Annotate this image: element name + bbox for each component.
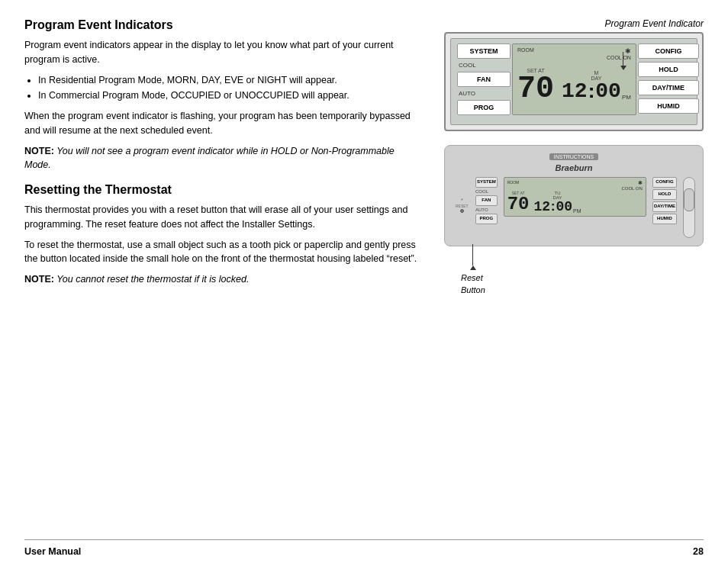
note1: NOTE: You will not see a program event i… [24, 144, 420, 173]
daytime-button-1[interactable]: DAY/TIME [638, 80, 699, 95]
reset-arrow-area: ResetButton [461, 244, 485, 296]
unit-lcd: ROOM ✱ COOL ON SET AT 70 [504, 177, 646, 217]
unit-slider-knob[interactable] [684, 188, 694, 211]
thermostat-unit-2: INSTRUCTIONS Braeburn * RESET SYSTEM [444, 145, 704, 246]
thermostat-display-1: SYSTEM COOL FAN AUTO PROG ROOM ✱ [444, 32, 704, 131]
unit-lcd-container: ROOM ✱ COOL ON SET AT 70 [504, 177, 646, 238]
footer-page-number: 28 [693, 546, 704, 557]
reset-arrow-tip [470, 265, 476, 270]
unit-pm: PM [573, 208, 581, 214]
diagram1-label: Program Event Indicator [444, 18, 704, 29]
page: Program Event Indicators Program event i… [0, 0, 728, 563]
diagram2-container: INSTRUCTIONS Braeburn * RESET SYSTEM [444, 145, 704, 246]
cool-on-label-1: COOL ON [517, 55, 631, 60]
unit-hold-btn[interactable]: HOLD [652, 189, 677, 200]
instructions-badge: INSTRUCTIONS [549, 153, 599, 160]
display-inner-1: SYSTEM COOL FAN AUTO PROG ROOM ✱ [450, 38, 697, 125]
reset-hole-area: * RESET [456, 198, 469, 213]
lcd-numbers-1: SET AT 70 M DAY 12 : 00 [517, 60, 631, 111]
unit-lcd-top: ROOM ✱ [507, 180, 643, 186]
note1-italic: You will not see a program event indicat… [24, 146, 395, 171]
unit-inner: * RESET SYSTEM COOL FAN AUTO PROG [453, 177, 695, 238]
unit-top-bar: INSTRUCTIONS [453, 153, 695, 160]
diagram1-container: Program Event Indicator SYSTEM COOL FAN … [444, 18, 704, 131]
unit-room-label: ROOM [507, 180, 520, 186]
content-area: Program Event Indicators Program event i… [24, 18, 704, 533]
brand-name: Braeburn [453, 163, 695, 172]
unit-auto-label: AUTO [475, 208, 498, 212]
unit-humid-btn[interactable]: HUMID [652, 214, 677, 224]
section1-title: Program Event Indicators [24, 18, 420, 32]
left-buttons-1: SYSTEM COOL FAN AUTO PROG [457, 43, 511, 115]
bullet-item-1: In Residential Program Mode, MORN, DAY, … [38, 73, 420, 88]
para2: When the program event indicator is flas… [24, 109, 420, 138]
time-display-2: 00 [595, 81, 621, 102]
unit-config-btn[interactable]: CONFIG [652, 177, 677, 188]
fan-button-1[interactable]: FAN [457, 72, 511, 87]
time-display-1: 12 [562, 81, 588, 102]
unit-slider[interactable] [683, 177, 695, 238]
unit-left-buttons: SYSTEM COOL FAN AUTO PROG [475, 177, 498, 238]
para1: Program event indicators appear in the d… [24, 38, 420, 67]
lcd-area-1: ROOM ✱ COOL ON SET AT [512, 43, 636, 115]
unit-time-1: 12 [533, 200, 550, 214]
humid-button-1[interactable]: HUMID [638, 98, 699, 114]
cool-label-1: COOL [457, 62, 511, 69]
unit-fan-btn[interactable]: FAN [475, 195, 498, 206]
pm-label-1: PM [622, 94, 631, 101]
temp-display-1: 70 [517, 74, 554, 105]
reset-para2: To reset the thermostat, use a small obj… [24, 238, 420, 267]
footer-user-manual: User Manual [24, 546, 81, 557]
room-label-1: ROOM [517, 47, 534, 55]
unit-time-2: 00 [556, 200, 572, 214]
note1-bold: NOTE: [24, 146, 54, 156]
reset-button-label: ResetButton [461, 272, 485, 296]
reset-arrow-shaft [472, 244, 473, 265]
indicator-arrow [620, 52, 627, 70]
bullet-item-2: In Commercial Program Mode, OCCUPIED or … [38, 88, 420, 103]
note2: NOTE: You cannot reset the thermostat if… [24, 272, 420, 287]
section2-title: Resetting the Thermostat [24, 183, 420, 197]
system-button-1[interactable]: SYSTEM [457, 43, 511, 59]
config-button-1[interactable]: CONFIG [638, 43, 699, 59]
unit-right-buttons: CONFIG HOLD DAY/TIME HUMID [652, 177, 677, 238]
auto-label-1: AUTO [457, 90, 511, 97]
note2-italic: You cannot reset the thermostat if it is… [54, 274, 249, 285]
note2-bold: NOTE: [24, 274, 54, 285]
left-column: Program Event Indicators Program event i… [24, 18, 426, 533]
unit-cool-label: COOL [475, 189, 498, 194]
unit-system-btn[interactable]: SYSTEM [475, 177, 498, 188]
right-buttons-1: CONFIG HOLD DAY/TIME HUMID [638, 43, 699, 115]
unit-daytime-btn[interactable]: DAY/TIME [652, 201, 677, 212]
reset-para1: This thermostat provides you with a rese… [24, 203, 420, 232]
unit-prog-btn[interactable]: PROG [475, 214, 498, 224]
unit-lcd-nums: SET AT 70 TU DAY 12 : [507, 191, 643, 214]
page-footer: User Manual 28 [24, 539, 704, 563]
prog-button-1[interactable]: PROG [457, 100, 511, 115]
bullet-list: In Residential Program Mode, MORN, DAY, … [38, 73, 420, 104]
right-column: Program Event Indicator SYSTEM COOL FAN … [444, 18, 704, 533]
lcd-top-1: ROOM ✱ [517, 47, 631, 55]
hold-button-1[interactable]: HOLD [638, 62, 699, 77]
m-label-1: M [594, 70, 599, 76]
unit-temp: 70 [507, 195, 530, 214]
